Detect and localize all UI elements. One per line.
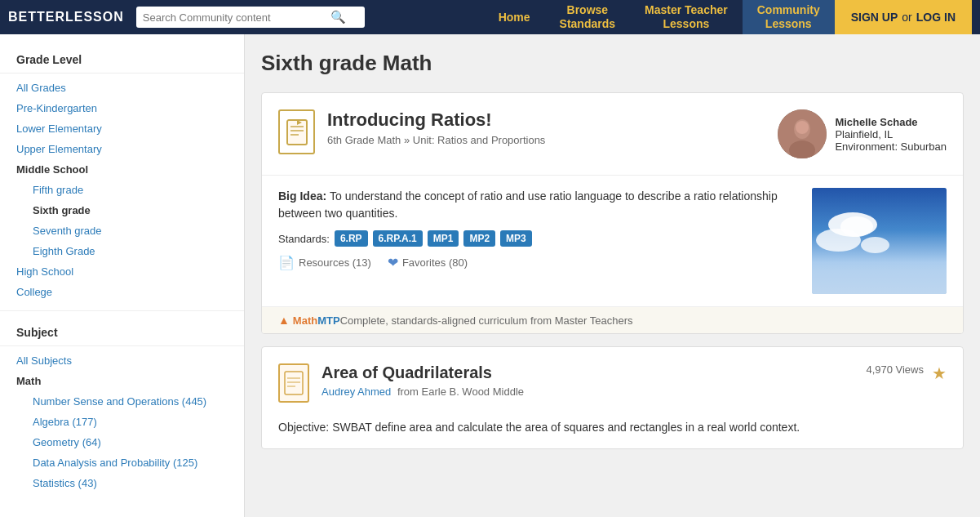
big-idea-text-1: Big Idea: To understand the concept of r… — [278, 188, 800, 222]
sidebar-item-upper-elementary[interactable]: Upper Elementary — [0, 139, 244, 159]
sidebar-item-pre-k[interactable]: Pre-Kindergarten — [0, 98, 244, 118]
search-icon: 🔍 — [330, 10, 346, 25]
logo: BETTERLESSON — [8, 10, 124, 25]
grade-level-title: Grade Level — [0, 47, 244, 74]
teacher-name-1: Michelle Schade — [835, 116, 947, 128]
favorites-action-1[interactable]: ❤ Favorites (80) — [388, 255, 468, 270]
signup-area[interactable]: SIGN UP or LOG IN — [835, 0, 972, 34]
card-author-2[interactable]: Audrey Ahmed from Earle B. Wood Middle — [321, 386, 866, 398]
sidebar-item-eighth-grade[interactable]: Eighth Grade — [0, 241, 244, 261]
subject-title: Subject — [0, 319, 244, 346]
card-main-2: Area of Quadrilaterals Audrey Ahmed from… — [321, 363, 866, 401]
lesson-icon-2 — [278, 363, 309, 403]
sidebar-item-high-school[interactable]: High School — [0, 261, 244, 282]
standard-badge-mp2[interactable]: MP2 — [463, 230, 495, 247]
author-from-2: from Earle B. Wood Middle — [397, 386, 524, 398]
card-body-text-1: Big Idea: To understand the concept of r… — [278, 188, 800, 270]
card-title-1[interactable]: Introducing Ratios! — [327, 109, 778, 131]
author-name-2: Audrey Ahmed — [321, 386, 391, 398]
resources-icon-1: 📄 — [278, 255, 295, 270]
sidebar-item-number-sense[interactable]: Number Sense and Operations (445) — [0, 391, 244, 412]
big-idea-label-1: Big Idea: — [278, 189, 330, 203]
sidebar-item-fifth-grade[interactable]: Fifth grade — [0, 180, 244, 200]
favorites-label-1: Favorites (80) — [402, 256, 468, 269]
teacher-location-1: Plainfield, IL — [835, 128, 947, 140]
login-label: LOG IN — [916, 11, 956, 24]
standard-badge-mp1[interactable]: MP1 — [428, 230, 459, 247]
sidebar-item-lower-elementary[interactable]: Lower Elementary — [0, 118, 244, 139]
teacher-info-1: Michelle Schade Plainfield, IL Environme… — [835, 116, 947, 153]
main-layout: Grade Level All Grades Pre-Kindergarten … — [0, 34, 980, 517]
big-idea-content-1: To understand the concept of ratio and u… — [278, 189, 778, 220]
or-label: or — [902, 11, 911, 24]
mtp-icon: ▲ — [278, 314, 290, 327]
sidebar-item-college[interactable]: College — [0, 282, 244, 302]
teacher-avatar-1 — [778, 109, 827, 158]
search-input[interactable] — [143, 11, 330, 24]
mtp-math-label: Math — [293, 314, 317, 327]
nav-community-lessons[interactable]: Community Lessons — [743, 0, 835, 34]
standard-badge-rp[interactable]: 6.RP — [335, 230, 368, 247]
sidebar-item-all-grades[interactable]: All Grades — [0, 78, 244, 98]
subject-section: Subject All Subjects Math Number Sense a… — [0, 310, 244, 493]
card-top-2: Area of Quadrilaterals Audrey Ahmed from… — [262, 347, 963, 419]
svg-point-8 — [796, 121, 809, 134]
sidebar-item-data-analysis[interactable]: Data Analysis and Probability (125) — [0, 452, 244, 473]
card-footer-1: ▲ Math MTP Complete, standards-aligned c… — [262, 306, 963, 333]
lesson-card-1: Introducing Ratios! 6th Grade Math » Uni… — [261, 92, 964, 334]
card-teacher-1: Michelle Schade Plainfield, IL Environme… — [778, 109, 947, 158]
sidebar-group-math: Math — [0, 371, 244, 391]
favorites-icon-1: ❤ — [388, 255, 398, 270]
card-views-2: 4,970 Views — [866, 363, 924, 376]
card-body-1: Big Idea: To understand the concept of r… — [262, 175, 963, 306]
standard-badge-mp3[interactable]: MP3 — [500, 230, 532, 247]
sidebar-item-sixth-grade[interactable]: Sixth grade — [0, 200, 244, 221]
objective-label-2: Objective: — [278, 421, 329, 434]
standards-label-1: Standards: — [278, 233, 330, 245]
main-nav: Home Browse Standards Master Teacher Les… — [484, 0, 835, 34]
lesson-card-2: Area of Quadrilaterals Audrey Ahmed from… — [261, 346, 964, 449]
card-top-1: Introducing Ratios! 6th Grade Math » Uni… — [262, 93, 963, 175]
search-bar[interactable]: 🔍 — [136, 7, 365, 28]
card-subtitle-1: 6th Grade Math » Unit: Ratios and Propor… — [327, 134, 778, 146]
objective-content-2: SWBAT define area and calculate the area… — [332, 421, 800, 434]
lesson-icon-1 — [278, 109, 315, 154]
sidebar-item-geometry[interactable]: Geometry (64) — [0, 432, 244, 452]
standard-badge-rpa1[interactable]: 6.RP.A.1 — [373, 230, 423, 247]
nav-master-teacher[interactable]: Master Teacher Lessons — [630, 0, 743, 34]
cloud-scene — [812, 188, 947, 294]
card-thumbnail-1 — [812, 188, 947, 294]
card-main-1: Introducing Ratios! 6th Grade Math » Uni… — [327, 109, 778, 146]
nav-browse-standards[interactable]: Browse Standards — [545, 0, 630, 34]
sidebar: Grade Level All Grades Pre-Kindergarten … — [0, 34, 245, 517]
card-title-2[interactable]: Area of Quadrilaterals — [321, 363, 866, 382]
sidebar-item-algebra[interactable]: Algebra (177) — [0, 412, 244, 432]
views-count-2: 4,970 Views — [866, 363, 924, 376]
standards-row-1: Standards: 6.RP 6.RP.A.1 MP1 MP2 MP3 — [278, 230, 800, 247]
sidebar-item-all-subjects[interactable]: All Subjects — [0, 350, 244, 371]
teacher-env-1: Environment: Suburban — [835, 140, 947, 153]
resources-label-1: Resources (13) — [299, 256, 371, 269]
mtp-text: Complete, standards-aligned curriculum f… — [340, 314, 633, 327]
content-area: Sixth grade Math Introducing Ratios! 6th… — [245, 34, 980, 517]
mtp-suffix: MTP — [317, 314, 339, 327]
objective-text-2: Objective: SWBAT define area and calcula… — [278, 419, 947, 436]
resources-action-1[interactable]: 📄 Resources (13) — [278, 255, 371, 270]
sidebar-item-seventh-grade[interactable]: Seventh grade — [0, 221, 244, 241]
actions-row-1: 📄 Resources (13) ❤ Favorites (80) — [278, 255, 800, 270]
header: BETTERLESSON 🔍 Home Browse Standards Mas… — [0, 0, 980, 34]
star-badge-2: ★ — [932, 363, 947, 383]
page-title: Sixth grade Math — [261, 51, 964, 76]
signup-label: SIGN UP — [851, 11, 898, 24]
sidebar-group-middle-school: Middle School — [0, 159, 244, 180]
card-body-2: Objective: SWBAT define area and calcula… — [262, 419, 963, 448]
nav-home[interactable]: Home — [484, 0, 545, 34]
sidebar-item-statistics[interactable]: Statistics (43) — [0, 473, 244, 493]
svg-rect-9 — [285, 372, 303, 394]
